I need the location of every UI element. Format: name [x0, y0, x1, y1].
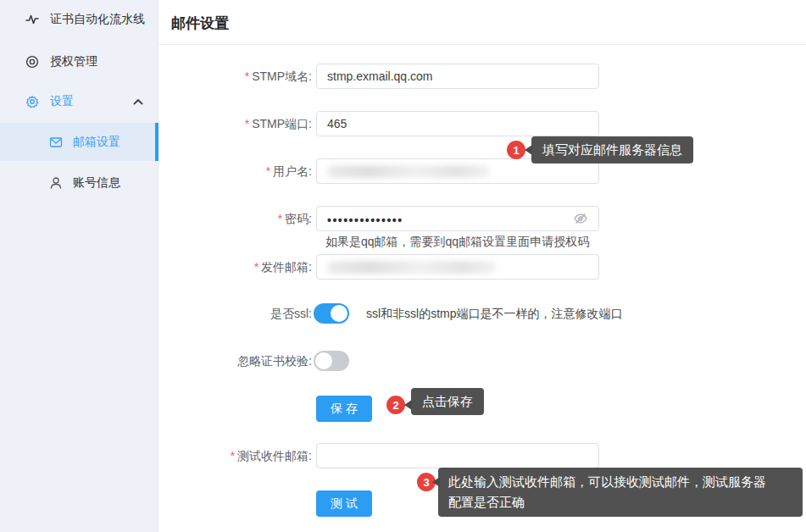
- sidebar-item-label: 证书自动化流水线: [50, 12, 145, 27]
- smtp-domain-input[interactable]: stmp.exmail.qq.com: [316, 64, 599, 89]
- ignore-cert-toggle[interactable]: [314, 351, 349, 371]
- tooltip-line: 此处输入测试收件邮箱，可以接收测试邮件，测试服务器: [448, 472, 792, 492]
- sidebar-item-label: 设置: [50, 94, 74, 109]
- active-indicator-bar: [155, 123, 158, 161]
- annotation-tooltip-1: 填写对应邮件服务器信息: [531, 136, 693, 163]
- tooltip-arrow: [525, 145, 532, 155]
- save-button[interactable]: 保 存: [316, 396, 372, 422]
- app-root: 证书自动化流水线 授权管理 设置 邮箱设置: [0, 0, 806, 532]
- gear-icon: [25, 95, 39, 108]
- smtp-domain-label: *STMP域名:: [163, 64, 312, 89]
- annotation-tooltip-2: 点击保存: [411, 388, 484, 415]
- sidebar-item-settings[interactable]: 设置: [0, 87, 158, 116]
- smtp-port-value: 465: [327, 117, 347, 130]
- password-value: ••••••••••••••: [327, 213, 403, 227]
- chevron-up-icon: [133, 98, 143, 105]
- page-title: 邮件设置: [171, 14, 229, 33]
- sidebar-item-mailbox-settings[interactable]: 邮箱设置: [0, 123, 158, 161]
- toggle-knob: [315, 352, 332, 369]
- sidebar-item-label: 账号信息: [73, 175, 120, 191]
- smtp-port-input[interactable]: 465: [316, 111, 599, 136]
- sidebar-item-label: 邮箱设置: [73, 135, 120, 150]
- tooltip-line: 配置是否正确: [448, 492, 792, 513]
- test-button[interactable]: 测 试: [316, 490, 372, 517]
- password-hint: 如果是qq邮箱，需要到qq邮箱设置里面申请授权码: [325, 235, 589, 250]
- pulse-icon: [25, 13, 39, 26]
- smtp-domain-value: stmp.exmail.qq.com: [327, 69, 432, 83]
- header-divider: [159, 44, 806, 45]
- eye-off-icon[interactable]: [573, 211, 588, 226]
- ignore-cert-label: 忽略证书校验:: [163, 348, 312, 374]
- sidebar-item-auth[interactable]: 授权管理: [0, 47, 158, 76]
- ssl-label: 是否ssl:: [163, 301, 312, 326]
- sidebar-item-label: 授权管理: [50, 54, 97, 69]
- annotation-tooltip-3: 此处输入测试收件邮箱，可以接收测试邮件，测试服务器 配置是否正确: [438, 468, 803, 517]
- annotation-badge-1: 1: [507, 141, 525, 159]
- ssl-toggle[interactable]: [314, 303, 349, 324]
- sidebar: 证书自动化流水线 授权管理 设置 邮箱设置: [0, 0, 158, 532]
- test-email-label: *测试收件邮箱:: [163, 443, 312, 468]
- password-label: *密码:: [163, 206, 312, 231]
- redacted-value: [327, 165, 490, 178]
- username-label: *用户名:: [163, 158, 312, 184]
- sender-email-input[interactable]: [316, 254, 599, 280]
- ssl-note: ssl和非ssl的stmp端口是不一样的，注意修改端口: [366, 307, 623, 322]
- redacted-value: [327, 261, 497, 274]
- sidebar-item-account-info[interactable]: 账号信息: [0, 163, 158, 202]
- annotation-badge-2: 2: [386, 396, 405, 414]
- tooltip-arrow: [404, 400, 412, 410]
- toggle-knob: [331, 305, 347, 322]
- tooltip-arrow: [432, 477, 440, 487]
- target-icon: [25, 55, 39, 69]
- sidebar-item-pipeline[interactable]: 证书自动化流水线: [0, 5, 158, 34]
- sender-email-label: *发件邮箱:: [163, 254, 312, 280]
- smtp-port-label: *STMP端口:: [163, 111, 312, 136]
- user-icon: [49, 176, 63, 190]
- mail-icon: [49, 136, 63, 149]
- test-email-input[interactable]: [316, 443, 599, 468]
- password-input[interactable]: ••••••••••••••: [316, 206, 599, 231]
